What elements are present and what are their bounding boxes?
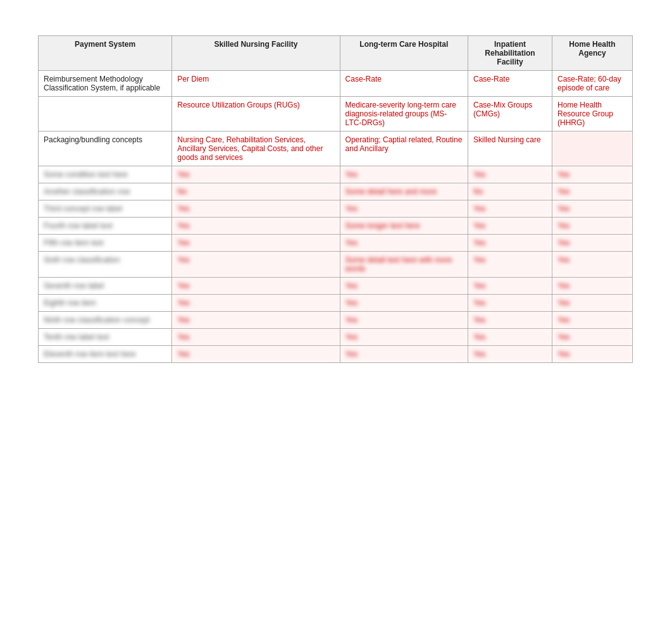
hha-cell: Case-Rate; 60-day episode of care: [552, 71, 633, 97]
table-cell: Yes: [340, 278, 468, 295]
table-cell: Yes: [552, 235, 633, 252]
table-row-label: Fourth row label text: [39, 218, 172, 235]
col-header-payment-system: Payment System: [39, 36, 172, 71]
table-cell: Yes: [172, 329, 340, 346]
table-cell: Yes: [552, 312, 633, 329]
col-header-irf: Inpatient Rehabilitation Facility: [468, 36, 552, 71]
table-cell: Some detail text here with more words: [340, 252, 468, 278]
table-cell: Yes: [552, 166, 633, 183]
table-cell: Yes: [340, 329, 468, 346]
col-header-ltch: Long-term Care Hospital: [340, 36, 468, 71]
table-row-label: Tenth row label text: [39, 329, 172, 346]
table-cell: Yes: [468, 295, 552, 312]
snf-cell: Nursing Care, Rehabilitation Services, A…: [172, 132, 340, 166]
table-row-label: Fifth row item text: [39, 235, 172, 252]
table-cell: Some longer text here: [340, 218, 468, 235]
table-cell: Some detail here and more: [340, 183, 468, 200]
table-cell: Yes: [172, 312, 340, 329]
table-cell: Yes: [172, 346, 340, 363]
table-cell: Yes: [468, 278, 552, 295]
col-header-snf: Skilled Nursing Facility: [172, 36, 340, 71]
table-cell: Yes: [468, 252, 552, 278]
table-cell: Yes: [552, 329, 633, 346]
ltch-cell: Operating; Captial related, Routine and …: [340, 132, 468, 166]
snf-cell: Resource Utilization Groups (RUGs): [172, 97, 340, 132]
table-cell: Yes: [552, 278, 633, 295]
table-cell: No: [468, 183, 552, 200]
table-row-label: Ninth row classification concept: [39, 312, 172, 329]
table-cell: Yes: [552, 295, 633, 312]
table-cell: Yes: [468, 235, 552, 252]
table-cell: Yes: [468, 166, 552, 183]
table-cell: Yes: [340, 295, 468, 312]
table-cell: Yes: [172, 218, 340, 235]
table-cell: Yes: [340, 312, 468, 329]
table-cell: Yes: [468, 329, 552, 346]
table-row-label: Eleventh row item text here: [39, 346, 172, 363]
table-cell: Yes: [172, 200, 340, 218]
table-cell: Yes: [552, 183, 633, 200]
table-row-label: Eighth row item: [39, 295, 172, 312]
row-label: Reimbursement Methodology Classification…: [39, 71, 172, 97]
table-row-label: Third concept row label: [39, 200, 172, 218]
table-row-label: Seventh row label: [39, 278, 172, 295]
pps-grid-table: Payment System Skilled Nursing Facility …: [38, 35, 633, 363]
table-cell: Yes: [468, 346, 552, 363]
snf-cell: Per Diem: [172, 71, 340, 97]
table-cell: Yes: [340, 200, 468, 218]
hha-cell: Home Health Resource Group (HHRG): [552, 97, 633, 132]
table-cell: Yes: [340, 166, 468, 183]
table-cell: Yes: [172, 252, 340, 278]
table-cell: Yes: [468, 200, 552, 218]
table-row-label: Some condition text here: [39, 166, 172, 183]
table-cell: No: [172, 183, 340, 200]
table-cell: Yes: [468, 218, 552, 235]
irf-cell: Case-Mix Groups (CMGs): [468, 97, 552, 132]
table-cell: Yes: [552, 218, 633, 235]
irf-cell: Case-Rate: [468, 71, 552, 97]
irf-cell: Skilled Nursing care: [468, 132, 552, 166]
table-cell: Yes: [172, 166, 340, 183]
ltch-cell: Medicare-severity long-term care diagnos…: [340, 97, 468, 132]
table-cell: Yes: [552, 200, 633, 218]
table-cell: Yes: [552, 346, 633, 363]
table-row-label: Sixth row classification: [39, 252, 172, 278]
row-label: Packaging/bundling concepts: [39, 132, 172, 166]
col-header-hha: Home Health Agency: [552, 36, 633, 71]
ltch-cell: Case-Rate: [340, 71, 468, 97]
table-cell: Yes: [172, 295, 340, 312]
table-cell: Yes: [172, 278, 340, 295]
table-cell: Yes: [552, 252, 633, 278]
table-cell: Yes: [468, 312, 552, 329]
table-cell: Yes: [172, 235, 340, 252]
row-label: [39, 97, 172, 132]
table-cell: Yes: [340, 235, 468, 252]
table-row-label: Another classification row: [39, 183, 172, 200]
hha-cell: [552, 132, 633, 166]
table-cell: Yes: [340, 346, 468, 363]
